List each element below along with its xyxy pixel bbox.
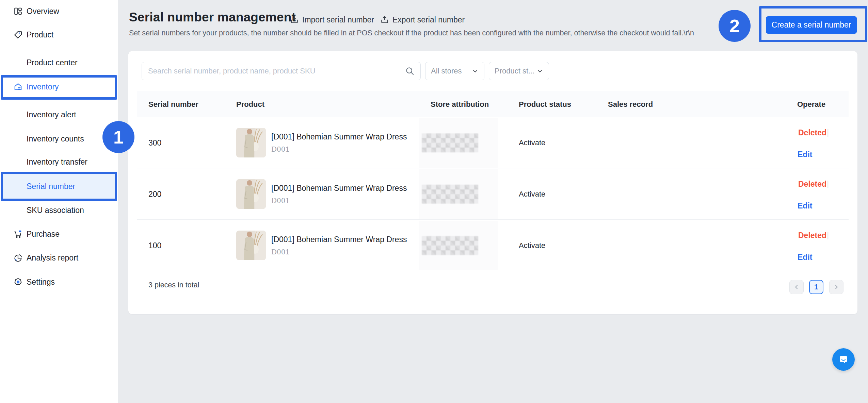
chevron-down-icon [472, 68, 479, 74]
import-serial-number-button[interactable]: Import serial number [290, 14, 374, 25]
edit-link[interactable]: Edit [798, 201, 812, 211]
annotation-step-1: 1 [102, 121, 134, 153]
sidebar-item-product[interactable]: Product [0, 26, 118, 43]
annotation-step-2: 2 [719, 10, 751, 42]
deleted-link[interactable]: Deleted [798, 128, 826, 137]
sidebar-item-serial-number[interactable]: Serial number [0, 178, 118, 195]
sidebar-item-label: Inventory counts [27, 134, 84, 144]
table-row: 300 [D001] Bohemian Summer Wrap Dress D0… [137, 117, 849, 168]
sidebar-item-label: Inventory alert [27, 110, 76, 119]
export-label: Export serial number [392, 15, 465, 24]
import-icon [290, 15, 299, 24]
sidebar-item-settings[interactable]: Settings [0, 273, 118, 290]
column-serial-number: Serial number [148, 91, 198, 117]
page-subtitle: Set serial numbers for your products, th… [129, 29, 694, 37]
sidebar-item-label: Product [27, 30, 53, 39]
chat-bubble-icon [837, 353, 850, 366]
table-row: 200 [D001] Bohemian Summer Wrap Dress D0… [137, 169, 849, 220]
sidebar-item-inventory[interactable]: Inventory [0, 78, 118, 95]
house-icon [14, 82, 22, 91]
store-filter-select[interactable]: All stores [425, 62, 484, 80]
sidebar-item-label: Analysis report [27, 253, 78, 263]
chat-launcher-button[interactable] [832, 348, 855, 371]
sidebar-item-inventory-alert[interactable]: Inventory alert [0, 106, 118, 123]
operate-divider: | [827, 128, 829, 137]
table-row: 100 [D001] Bohemian Summer Wrap Dress D0… [137, 220, 849, 271]
product-thumbnail [236, 179, 266, 209]
sidebar-item-label: Overview [27, 7, 59, 16]
export-icon [380, 15, 389, 24]
sidebar-item-label: Product center [27, 58, 78, 67]
store-filter-value: All stores [431, 67, 462, 75]
overview-icon [14, 7, 22, 16]
sidebar-item-label: Serial number [27, 182, 75, 191]
sidebar-item-label: Inventory transfer [27, 157, 87, 167]
sidebar-item-product-center[interactable]: Product center [0, 54, 118, 71]
product-sku: D001 [271, 145, 290, 153]
column-operate: Operate [797, 91, 825, 117]
pagination-page-1[interactable]: 1 [809, 280, 823, 294]
deleted-link[interactable]: Deleted [798, 231, 826, 240]
sidebar-item-inventory-counts[interactable]: Inventory counts [0, 130, 118, 147]
chevron-down-icon [536, 68, 543, 74]
import-label: Import serial number [302, 15, 374, 24]
sidebar-item-purchase[interactable]: Purchase [0, 225, 118, 242]
serial-number-card: All stores Product st... Serial number P… [128, 51, 857, 314]
column-store-attribution: Store attribution [431, 91, 489, 117]
search-box [142, 62, 421, 80]
serial-number-cell: 100 [148, 220, 161, 271]
column-product: Product [236, 91, 264, 117]
product-status-filter-select[interactable]: Product st... [489, 62, 549, 80]
chevron-left-icon [793, 284, 800, 290]
sidebar-item-label: Inventory [27, 82, 59, 91]
product-status-cell: Activate [519, 117, 545, 168]
product-name: [D001] Bohemian Summer Wrap Dress [271, 235, 407, 244]
deleted-link[interactable]: Deleted [798, 180, 826, 189]
operate-divider: | [827, 230, 829, 240]
sidebar: Overview Product Product center Inventor… [0, 0, 118, 403]
store-attribution-redacted [419, 118, 498, 168]
page-title: Serial number management [129, 10, 296, 24]
store-attribution-redacted [419, 169, 498, 219]
chevron-right-icon [833, 284, 840, 290]
total-count-text: 3 pieces in total [148, 281, 199, 289]
product-name: [D001] Bohemian Summer Wrap Dress [271, 132, 407, 141]
pagination-next-button[interactable] [829, 280, 843, 294]
pie-chart-icon [14, 253, 22, 262]
serial-number-cell: 200 [148, 169, 161, 220]
pagination-prev-button[interactable] [789, 280, 804, 294]
product-status-cell: Activate [519, 220, 545, 271]
sidebar-item-sku-association[interactable]: SKU association [0, 202, 118, 219]
edit-link[interactable]: Edit [798, 253, 812, 262]
store-attribution-redacted [419, 221, 498, 270]
column-product-status: Product status [519, 91, 571, 117]
tag-icon [14, 30, 22, 39]
product-sku: D001 [271, 248, 290, 256]
product-status-cell: Activate [519, 169, 545, 220]
edit-link[interactable]: Edit [798, 150, 812, 159]
cart-icon [14, 230, 22, 238]
export-serial-number-button[interactable]: Export serial number [380, 14, 465, 25]
search-icon[interactable] [405, 66, 415, 76]
operate-divider: | [827, 179, 829, 188]
search-input[interactable] [148, 67, 399, 75]
product-thumbnail [236, 231, 266, 260]
product-status-filter-value: Product st... [495, 67, 534, 75]
annotation-box-create-button [759, 6, 867, 42]
sidebar-item-overview[interactable]: Overview [0, 3, 118, 20]
column-sales-record: Sales record [608, 91, 653, 117]
product-sku: D001 [271, 197, 290, 205]
product-thumbnail [236, 128, 266, 157]
sidebar-item-label: Purchase [27, 230, 60, 239]
sidebar-item-label: SKU association [27, 206, 84, 215]
sidebar-item-inventory-transfer[interactable]: Inventory transfer [0, 153, 118, 170]
sidebar-item-label: Settings [27, 278, 55, 287]
serial-number-cell: 300 [148, 117, 161, 168]
product-name: [D001] Bohemian Summer Wrap Dress [271, 184, 407, 193]
gear-icon [14, 278, 22, 286]
sidebar-item-analysis-report[interactable]: Analysis report [0, 249, 118, 266]
table-header: Serial number Product Store attribution … [137, 91, 849, 117]
